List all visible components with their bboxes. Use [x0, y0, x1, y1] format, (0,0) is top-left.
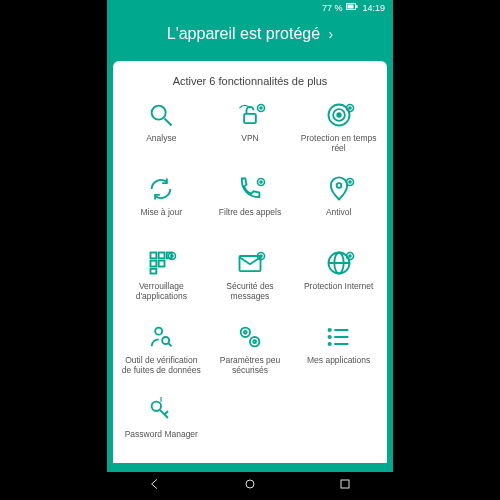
vpn-icon	[236, 101, 264, 129]
tile-label: Analyse	[146, 133, 176, 143]
svg-point-14	[260, 181, 262, 183]
svg-point-6	[257, 105, 264, 112]
grid-icon	[147, 249, 175, 277]
search-icon	[147, 101, 175, 129]
svg-rect-5	[244, 114, 256, 123]
tile-msgsecurity[interactable]: Sécurité des messages	[208, 249, 293, 313]
svg-point-35	[162, 337, 169, 344]
svg-point-3	[152, 106, 166, 120]
back-button[interactable]	[147, 476, 163, 496]
svg-point-46	[328, 343, 330, 345]
tile-antitheft[interactable]: Antivol	[296, 175, 381, 239]
list-icon	[325, 323, 353, 351]
svg-point-10	[337, 113, 341, 117]
target-icon	[325, 101, 353, 129]
svg-rect-23	[151, 269, 157, 274]
chevron-right-icon: ›	[329, 26, 334, 42]
tile-label: Verrouillage d'applications	[121, 281, 201, 301]
tile-realtime[interactable]: Protection en temps réel	[296, 101, 381, 165]
svg-line-36	[169, 343, 172, 346]
battery-text: 77 %	[322, 3, 343, 13]
svg-rect-52	[341, 480, 349, 488]
svg-rect-19	[159, 253, 165, 259]
location-icon	[325, 175, 353, 203]
svg-rect-22	[159, 261, 165, 267]
person-search-icon	[147, 323, 175, 351]
svg-point-17	[349, 181, 351, 183]
svg-point-32	[346, 253, 353, 260]
tile-myapps[interactable]: Mes applications	[296, 323, 381, 387]
svg-point-15	[336, 183, 341, 188]
svg-point-47	[152, 402, 161, 411]
phone-screen: 77 % 14:19 L'appareil est protégé › Acti…	[107, 0, 393, 500]
svg-point-16	[346, 179, 353, 186]
clock: 14:19	[362, 3, 385, 13]
tile-label: Antivol	[326, 207, 352, 217]
tile-label: Protection en temps réel	[299, 133, 379, 153]
svg-rect-18	[151, 253, 157, 259]
tile-label: Mes applications	[307, 355, 370, 365]
svg-line-49	[165, 411, 169, 415]
svg-rect-2	[356, 5, 358, 8]
svg-point-38	[244, 331, 247, 334]
tile-label: Paramètres peu sécurisés	[210, 355, 290, 375]
svg-point-27	[257, 253, 264, 260]
header-title: L'appareil est protégé	[167, 25, 320, 42]
tile-applock[interactable]: Verrouillage d'applications	[119, 249, 204, 313]
svg-point-51	[246, 480, 254, 488]
svg-point-28	[260, 255, 262, 257]
status-bar: 77 % 14:19	[107, 0, 393, 15]
tile-label: Protection Internet	[304, 281, 373, 291]
svg-rect-21	[151, 261, 157, 267]
feature-grid: Analyse VPN Protection en temps réel	[119, 101, 381, 461]
svg-point-40	[253, 340, 256, 343]
phone-icon	[236, 175, 264, 203]
tile-label: Sécurité des messages	[210, 281, 290, 301]
tile-weaksettings[interactable]: Paramètres peu sécurisés	[208, 323, 293, 387]
svg-rect-1	[348, 4, 354, 8]
tile-dataleak[interactable]: Outil de vérification de fuites de donné…	[119, 323, 204, 387]
tile-callfilter[interactable]: Filtre des appels	[208, 175, 293, 239]
tile-label: Filtre des appels	[219, 207, 281, 217]
svg-point-24	[169, 253, 176, 260]
battery-icon	[346, 3, 358, 13]
globe-icon	[325, 249, 353, 277]
svg-point-34	[155, 328, 162, 335]
tile-update[interactable]: Mise à jour	[119, 175, 204, 239]
tile-label: Outil de vérification de fuites de donné…	[121, 355, 201, 375]
tile-vpn[interactable]: VPN	[208, 101, 293, 165]
svg-point-45	[328, 336, 330, 338]
svg-point-12	[349, 107, 351, 109]
tile-password[interactable]: Password Manager	[119, 397, 204, 461]
tile-label: VPN	[241, 133, 258, 143]
header-banner[interactable]: L'appareil est protégé ›	[107, 15, 393, 61]
refresh-icon	[147, 175, 175, 203]
svg-point-13	[257, 179, 264, 186]
home-button[interactable]	[242, 476, 258, 496]
envelope-icon	[236, 249, 264, 277]
svg-point-44	[328, 329, 330, 331]
gears-icon	[236, 323, 264, 351]
svg-point-39	[250, 337, 259, 346]
tile-webprotect[interactable]: Protection Internet	[296, 249, 381, 313]
tile-analyse[interactable]: Analyse	[119, 101, 204, 165]
svg-point-33	[349, 255, 351, 257]
android-navbar	[107, 472, 393, 500]
svg-point-7	[260, 107, 262, 109]
svg-line-4	[165, 119, 172, 126]
svg-point-25	[171, 255, 173, 257]
key-download-icon	[147, 397, 175, 425]
tile-label: Password Manager	[125, 429, 198, 439]
svg-point-37	[241, 328, 250, 337]
main-card: Activer 6 fonctionnalités de plus Analys…	[113, 61, 387, 463]
svg-point-11	[346, 105, 353, 112]
recents-button[interactable]	[337, 476, 353, 496]
subtitle: Activer 6 fonctionnalités de plus	[119, 75, 381, 87]
tile-label: Mise à jour	[141, 207, 183, 217]
